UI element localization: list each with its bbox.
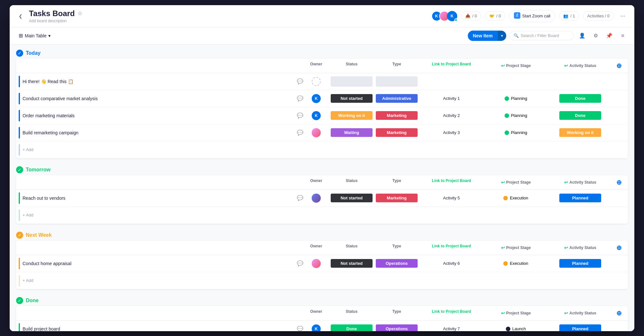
status-badge-2[interactable]: Not started bbox=[331, 94, 373, 103]
users-button[interactable]: 👥 / 1 bbox=[559, 11, 579, 21]
table-row: Order marketing materials 💬 K Working on… bbox=[16, 107, 628, 124]
row-border-4 bbox=[19, 127, 20, 139]
activity-badge-2[interactable]: Done bbox=[559, 94, 601, 103]
link-cell-2[interactable]: Activity 1 bbox=[419, 96, 484, 101]
link-cell-4[interactable]: Activity 3 bbox=[419, 130, 484, 135]
add-column-button-nw[interactable]: ⊕ bbox=[612, 241, 625, 255]
task-name-6[interactable]: Conduct home appraisal bbox=[23, 261, 294, 266]
type-badge-2[interactable]: Administrative bbox=[376, 94, 418, 103]
activity-status-cell-3[interactable]: Done bbox=[548, 111, 612, 120]
link-cell-6[interactable]: Activity 6 bbox=[419, 261, 484, 266]
activity-badge-6[interactable]: Planned bbox=[559, 259, 601, 268]
activity-badge-5[interactable]: Planned bbox=[559, 194, 601, 202]
add-row-next-week[interactable]: + Add bbox=[16, 272, 628, 289]
add-row-today[interactable]: + Add bbox=[16, 141, 628, 158]
th-stage: ↩ Project Stage bbox=[484, 59, 548, 73]
users-icon: 👥 bbox=[563, 14, 568, 18]
new-item-main[interactable]: New Item bbox=[468, 31, 498, 41]
type-cell-5[interactable]: Marketing bbox=[374, 194, 419, 202]
owner-avatar-2: K bbox=[312, 94, 321, 103]
status-cell-3[interactable]: Working on it bbox=[329, 111, 374, 120]
activity-badge-4[interactable]: Working on it bbox=[559, 128, 601, 137]
add-column-button[interactable]: ⊕ bbox=[612, 59, 625, 73]
more-options-button[interactable]: ··· bbox=[618, 11, 628, 21]
search-box[interactable]: 🔍 Search / Filter Board bbox=[509, 31, 574, 40]
task-name-5[interactable]: Reach out to vendors bbox=[23, 196, 294, 201]
activity-badge-3[interactable]: Done bbox=[559, 111, 601, 120]
status-cell-5[interactable]: Not started bbox=[329, 194, 374, 202]
status-cell-7[interactable]: Done bbox=[329, 324, 374, 331]
table-tomorrow: Owner Status Type Link to Project Board … bbox=[16, 175, 628, 224]
add-label-next-week[interactable]: + Add bbox=[23, 278, 33, 283]
activity-badge-7[interactable]: Planned bbox=[559, 324, 601, 331]
type-empty-1 bbox=[376, 76, 418, 87]
add-column-button-t[interactable]: ⊕ bbox=[612, 175, 625, 189]
type-badge-7[interactable]: Operations bbox=[376, 324, 418, 331]
th-status-nw: Status bbox=[329, 241, 374, 255]
invite-icon: 🤝 bbox=[489, 14, 494, 18]
type-cell-7[interactable]: Operations bbox=[374, 324, 419, 331]
filter-button[interactable]: ≡ bbox=[618, 31, 628, 41]
type-badge-5[interactable]: Marketing bbox=[376, 194, 418, 202]
status-badge-5[interactable]: Not started bbox=[331, 194, 373, 202]
chat-icon-6[interactable]: 💬 bbox=[297, 260, 303, 266]
type-badge-3[interactable]: Marketing bbox=[376, 111, 418, 120]
type-badge-4[interactable]: Marketing bbox=[376, 128, 418, 137]
type-cell-2[interactable]: Administrative bbox=[374, 94, 419, 103]
status-cell-4[interactable]: Waiting bbox=[329, 128, 374, 137]
chat-icon-7[interactable]: 💬 bbox=[297, 326, 303, 331]
th-link-d: Link to Project Board bbox=[419, 306, 484, 320]
status-badge-4[interactable]: Waiting bbox=[331, 128, 373, 137]
add-row-tomorrow[interactable]: + Add bbox=[16, 207, 628, 224]
inbox-button[interactable]: 📥 / 0 bbox=[461, 11, 481, 21]
type-cell-3[interactable]: Marketing bbox=[374, 111, 419, 120]
task-name-1[interactable]: Hi there! 👋 Read this 📋 bbox=[23, 79, 294, 84]
link-cell-5[interactable]: Activity 5 bbox=[419, 196, 484, 200]
chat-icon-4[interactable]: 💬 bbox=[297, 130, 303, 136]
th-status-d: Status bbox=[329, 306, 374, 320]
chat-icon-3[interactable]: 💬 bbox=[297, 112, 303, 119]
task-name-4[interactable]: Build remarketing campaign bbox=[23, 130, 294, 135]
section-header-next-week: ✓ Next Week bbox=[16, 232, 628, 239]
star-icon[interactable]: ☆ bbox=[77, 10, 82, 17]
pin-button[interactable]: 📌 bbox=[604, 31, 614, 41]
chat-icon-5[interactable]: 💬 bbox=[297, 195, 303, 201]
type-badge-6[interactable]: Operations bbox=[376, 259, 418, 268]
status-cell-6[interactable]: Not started bbox=[329, 259, 374, 268]
activity-status-cell-4[interactable]: Working on it bbox=[548, 128, 612, 137]
link-cell-7[interactable]: Activity 7 bbox=[419, 326, 484, 331]
type-cell-6[interactable]: Operations bbox=[374, 259, 419, 268]
svg-point-4 bbox=[312, 194, 321, 203]
collapse-button[interactable]: ❮ bbox=[16, 12, 25, 21]
activity-status-cell-5[interactable]: Planned bbox=[548, 194, 612, 202]
zoom-call-button[interactable]: Z Start Zoom call bbox=[509, 10, 555, 22]
status-badge-7[interactable]: Done bbox=[331, 324, 373, 331]
activities-button[interactable]: Activities / 0 bbox=[583, 11, 614, 21]
task-name-2[interactable]: Conduct comparative market analysis bbox=[23, 96, 294, 101]
add-label-tomorrow[interactable]: + Add bbox=[23, 213, 33, 217]
chat-icon-2[interactable]: 💬 bbox=[297, 95, 303, 101]
activity-status-cell-6[interactable]: Planned bbox=[548, 259, 612, 268]
settings-button[interactable]: ⚙ bbox=[591, 31, 601, 41]
new-item-button[interactable]: New Item ▾ bbox=[468, 31, 506, 41]
activity-status-cell-2[interactable]: Done bbox=[548, 94, 612, 103]
task-name-3[interactable]: Order marketing materials bbox=[23, 113, 294, 118]
chat-icon-1[interactable]: 💬 bbox=[297, 78, 303, 84]
type-cell-4[interactable]: Marketing bbox=[374, 128, 419, 137]
add-column-button-d[interactable]: ⊕ bbox=[612, 306, 625, 320]
status-badge-3[interactable]: Working on it bbox=[331, 111, 373, 120]
person-filter-button[interactable]: 👤 bbox=[577, 31, 587, 41]
activity-status-cell-7[interactable]: Planned bbox=[548, 324, 612, 331]
add-label-today[interactable]: + Add bbox=[23, 147, 33, 152]
board-description[interactable]: Add board description bbox=[29, 19, 428, 23]
status-cell-2[interactable]: Not started bbox=[329, 94, 374, 103]
header: ❮ Tasks Board ☆ Add board description K bbox=[10, 5, 634, 27]
main-table-button[interactable]: ⊞ Main Table ▾ bbox=[16, 31, 53, 40]
status-badge-6[interactable]: Not started bbox=[331, 259, 373, 268]
new-item-dropdown[interactable]: ▾ bbox=[498, 31, 506, 41]
link-cell-3[interactable]: Activity 2 bbox=[419, 113, 484, 118]
task-name-7[interactable]: Build project board bbox=[23, 326, 294, 331]
invite-button[interactable]: 🤝 / 0 bbox=[485, 11, 505, 21]
user-online-badge[interactable]: K bbox=[447, 11, 457, 21]
owner-avatar-3: K bbox=[312, 111, 321, 120]
